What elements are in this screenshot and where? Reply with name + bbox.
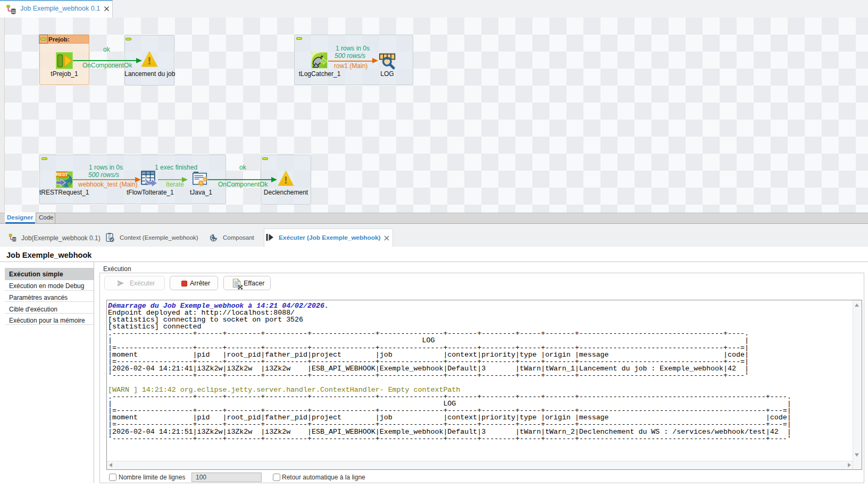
svg-text:REST: REST <box>56 172 68 177</box>
